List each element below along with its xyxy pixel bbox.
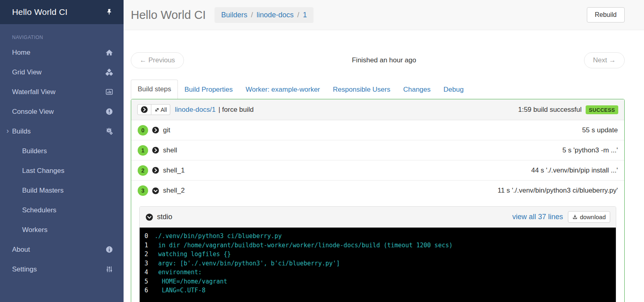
- build-steps-panel: All linode-docs/1 | force build 1:59 bui…: [131, 99, 625, 302]
- breadcrumb-item-builders[interactable]: Builders: [221, 11, 247, 19]
- step-duration-detail: 55 s update: [582, 126, 618, 134]
- build-step-row[interactable]: 0 git 55 s update: [131, 120, 624, 140]
- breadcrumb-item-1[interactable]: 1: [294, 11, 307, 19]
- build-step-row[interactable]: 3 shell_2 11 s './.venv/bin/python3 ci/b…: [131, 181, 624, 201]
- step-name: shell_2: [163, 187, 185, 195]
- breadcrumb: Builderslinode-docs1: [215, 7, 313, 23]
- log-line-text: LANG=C.UTF-8: [155, 287, 205, 294]
- step-number-badge: 1: [138, 145, 148, 156]
- step-info: 3 shell_2: [138, 185, 185, 196]
- step-name: shell: [163, 146, 177, 154]
- step-number-badge: 3: [138, 185, 148, 196]
- sidebar-item-grid-view[interactable]: › Grid View: [0, 62, 124, 82]
- sidebar-item-console-view[interactable]: › Console View: [0, 102, 124, 121]
- status-badge: SUCCESS: [586, 105, 618, 114]
- step-info: 1 shell: [138, 145, 177, 156]
- nav-item-icon: [105, 49, 113, 56]
- sidebar-header: Hello World CI: [0, 0, 124, 24]
- build-finished-status: Finished an hour ago: [184, 56, 584, 64]
- nav-item-icon: [105, 127, 113, 135]
- log-line-number: 6: [144, 286, 150, 295]
- log-line: 5 HOME=/home/vagrant: [144, 277, 611, 286]
- log-line-text: watching logfiles {}: [155, 251, 231, 258]
- expand-arrows-icon: [154, 107, 160, 113]
- sidebar-item-home[interactable]: › Home: [0, 43, 124, 62]
- tab-worker-example-worker[interactable]: Worker: example-worker: [239, 80, 326, 99]
- next-build-button[interactable]: Next →: [584, 52, 625, 68]
- step-chevron-circle-icon[interactable]: [152, 146, 159, 154]
- nav-item-icon: [105, 246, 113, 253]
- toggle-steps-button[interactable]: [137, 104, 151, 115]
- log-line-number: 5: [144, 277, 150, 286]
- step-duration-detail: 44 s './.venv/bin/pip install ...': [531, 166, 618, 175]
- sidebar-item-label: Console View: [12, 108, 105, 116]
- tab-debug[interactable]: Debug: [437, 80, 470, 99]
- sidebar-item-build-masters[interactable]: › Build Masters: [0, 181, 124, 200]
- sidebar-item-builds[interactable]: › Builds: [0, 121, 124, 141]
- sidebar-item-about[interactable]: › About: [0, 240, 124, 259]
- previous-build-button[interactable]: ← Previous: [131, 52, 184, 68]
- step-duration-detail: 5 s 'python3 -m ...': [562, 146, 618, 154]
- log-line: 1 in dir /home/vagrant/buildbot-worker/w…: [144, 241, 611, 250]
- app-window: Hello World CI NAVIGATION › Home › Grid …: [0, 0, 644, 302]
- sidebar-item-label: Home: [12, 49, 105, 57]
- tab-changes[interactable]: Changes: [397, 80, 437, 99]
- breadcrumb-item-linode-docs[interactable]: linode-docs: [247, 11, 293, 19]
- build-link[interactable]: linode-docs/1: [175, 106, 216, 114]
- sidebar-item-label: Builds: [12, 127, 105, 136]
- sidebar-item-label: Waterfall View: [12, 88, 105, 96]
- build-reason: | force build: [219, 106, 254, 114]
- download-button[interactable]: download: [568, 211, 610, 223]
- page-title: Hello World CI: [131, 8, 206, 22]
- nav-item-icon: [105, 68, 113, 76]
- log-line: 4 environment:: [144, 268, 611, 277]
- stdio-terminal-output[interactable]: 0./.venv/bin/python3 ci/blueberry.py1 in…: [140, 228, 616, 302]
- step-chevron-circle-icon[interactable]: [152, 187, 159, 195]
- build-step-row[interactable]: 1 shell 5 s 'python3 -m ...': [131, 140, 624, 160]
- tab-build-steps[interactable]: Build steps: [131, 80, 178, 99]
- sidebar-item-workers[interactable]: › Workers: [0, 220, 124, 240]
- tab-responsible-users[interactable]: Responsible Users: [326, 80, 397, 99]
- expand-all-button[interactable]: All: [151, 104, 170, 115]
- log-line-number: 1: [144, 241, 150, 250]
- build-step-row[interactable]: 2 shell_1 44 s './.venv/bin/pip install …: [131, 160, 624, 181]
- log-line-text: argv: [b'./.venv/bin/python3', b'ci/blue…: [155, 260, 340, 267]
- log-line-text: in dir /home/vagrant/buildbot-worker/wor…: [155, 242, 453, 249]
- log-line: 0./.venv/bin/python3 ci/blueberry.py: [144, 232, 611, 241]
- build-step-list: 0 git 55 s update 1 shell 5 s 'p: [131, 120, 624, 201]
- sidebar: Hello World CI NAVIGATION › Home › Grid …: [0, 0, 124, 302]
- chevron-circle-down-icon[interactable]: [145, 213, 153, 221]
- log-line-number: 3: [144, 259, 150, 268]
- download-icon: [572, 214, 578, 220]
- build-result-summary: 1:59 build successful SUCCESS: [518, 105, 618, 114]
- log-line: 6 LANG=C.UTF-8: [144, 286, 611, 295]
- view-all-lines-link[interactable]: view all 37 lines: [512, 213, 563, 221]
- expand-button-group: All: [137, 104, 170, 115]
- build-pager: ← Previous Finished an hour ago Next →: [131, 52, 625, 68]
- sidebar-item-builders[interactable]: › Builders: [0, 141, 124, 161]
- sidebar-item-settings[interactable]: › Settings: [0, 259, 124, 279]
- log-line-text: HOME=/home/vagrant: [155, 278, 227, 285]
- stdio-header: stdio view all 37 lines download: [140, 207, 616, 228]
- page-header: Hello World CI Builderslinode-docs1 Rebu…: [124, 0, 644, 30]
- tab-build-properties[interactable]: Build Properties: [178, 80, 239, 99]
- nav-item-icon: [105, 108, 113, 115]
- step-chevron-circle-icon[interactable]: [152, 126, 159, 134]
- sidebar-item-waterfall-view[interactable]: › Waterfall View: [0, 82, 124, 102]
- step-name: shell_1: [163, 166, 185, 175]
- expand-all-label: All: [161, 107, 167, 113]
- sidebar-item-label: Last Changes: [22, 167, 105, 175]
- sidebar-item-label: Workers: [22, 226, 105, 234]
- step-chevron-circle-icon[interactable]: [152, 166, 159, 174]
- main-area: Hello World CI Builderslinode-docs1 Rebu…: [124, 0, 644, 302]
- sidebar-item-schedulers[interactable]: › Schedulers: [0, 200, 124, 220]
- content: ← Previous Finished an hour ago Next → B…: [124, 30, 644, 302]
- build-duration-status: 1:59 build successful: [518, 106, 582, 114]
- nav-item-icon: [105, 265, 113, 273]
- thumbtack-icon[interactable]: [106, 8, 113, 16]
- stdio-log-card: stdio view all 37 lines download 0./.ven…: [139, 206, 616, 302]
- build-tabs: Build stepsBuild PropertiesWorker: examp…: [131, 80, 625, 99]
- expand-caret-icon: ›: [6, 126, 9, 135]
- sidebar-item-last-changes[interactable]: › Last Changes: [0, 161, 124, 181]
- rebuild-button[interactable]: Rebuild: [587, 7, 625, 23]
